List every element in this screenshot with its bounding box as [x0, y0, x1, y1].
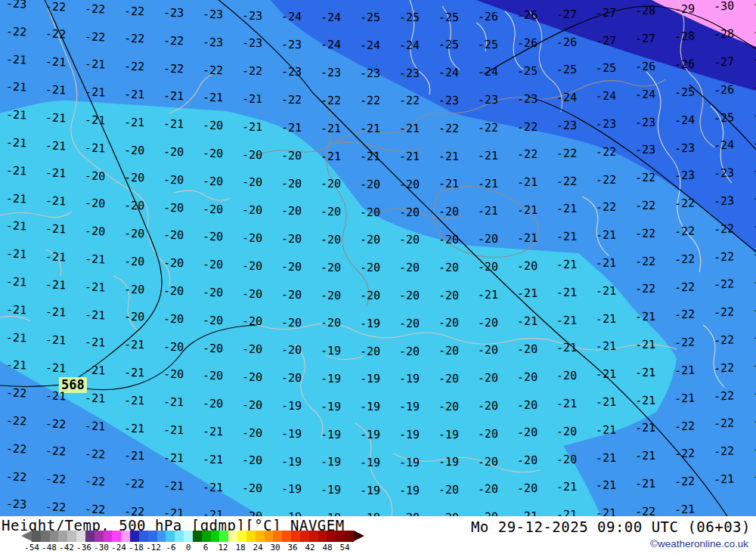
temp-value: -22: [674, 198, 696, 210]
temp-value: -23: [281, 39, 302, 50]
temp-value: -22: [45, 502, 67, 514]
temp-value: -23: [360, 68, 380, 79]
temp-value: -21: [85, 115, 106, 127]
legend-segment: [202, 531, 211, 542]
temp-value: -21: [124, 339, 144, 351]
temp-value: -20: [203, 342, 223, 354]
legend-segment: [309, 531, 318, 542]
temp-value: -23: [517, 94, 538, 105]
temp-value: -24: [438, 67, 459, 79]
temp-value: -23: [438, 95, 459, 107]
temp-value: -22: [281, 94, 302, 106]
temp-value: -20: [478, 262, 498, 273]
temp-value: -25: [438, 39, 459, 51]
temp-value: -24: [635, 88, 655, 101]
temp-value: -20: [281, 178, 302, 189]
legend-segment: [184, 531, 193, 542]
temp-value: -27: [596, 35, 616, 47]
temp-value: -20: [399, 290, 420, 302]
temp-value: -21: [674, 504, 696, 516]
temp-value: -20: [556, 426, 577, 438]
temp-value: -21: [517, 511, 538, 516]
temp-value: -22: [85, 3, 106, 15]
legend-segment: [273, 531, 282, 542]
legend-segment: [130, 531, 139, 542]
scale-arrow-right-icon: [354, 531, 364, 541]
temp-value: -23: [674, 142, 696, 154]
temp-value: -23: [556, 120, 577, 132]
temp-value: -19: [360, 318, 380, 330]
temp-value: -19: [399, 429, 420, 441]
temp-value: -26: [674, 59, 696, 71]
temp-value: -31: [753, 0, 756, 10]
temp-value: -21: [596, 230, 616, 242]
temp-value: -22: [6, 416, 27, 428]
temp-value: -23: [399, 68, 420, 79]
temp-value: -21: [753, 471, 756, 483]
legend-segment: [265, 531, 274, 542]
temp-value: -21: [556, 231, 577, 243]
temp-value: -21: [281, 122, 302, 134]
temp-value: -20: [517, 483, 538, 494]
temp-value: -22: [714, 418, 735, 430]
temp-value: -20: [203, 203, 223, 215]
temp-value: -20: [242, 149, 262, 160]
temp-value: -21: [45, 307, 67, 319]
temp-value: -19: [360, 429, 380, 441]
temp-value: -21: [517, 288, 538, 299]
temp-value: -21: [85, 142, 106, 154]
temp-value: -21: [85, 59, 106, 71]
temp-value: -21: [478, 206, 498, 217]
temp-value: -21: [45, 335, 67, 347]
temp-value: -21: [556, 481, 577, 494]
temp-value: -27: [556, 9, 577, 21]
temp-value: -20: [163, 175, 184, 187]
temp-value: -22: [674, 253, 696, 265]
temp-value: -22: [124, 33, 144, 45]
temp-value: -22: [6, 388, 27, 400]
temp-value: -20: [203, 287, 223, 299]
temp-value: -20: [163, 202, 184, 214]
temp-value: -20: [438, 317, 459, 329]
temp-value: -21: [635, 311, 655, 323]
temp-value: -20: [478, 484, 498, 495]
temp-value: -19: [281, 401, 302, 412]
temp-value: -19: [281, 456, 302, 467]
legend-segment: [256, 531, 265, 542]
temp-value: -24: [281, 11, 302, 23]
temp-value: -21: [124, 422, 144, 435]
temp-value: -22: [714, 335, 735, 347]
temp-value: -23: [321, 67, 341, 79]
temp-value: -22: [45, 474, 67, 486]
temp-value: -20: [281, 234, 302, 245]
copyright-link[interactable]: ©weatheronline.co.uk: [650, 538, 748, 549]
temp-value: -21: [360, 151, 380, 162]
temp-value: -20: [203, 231, 223, 243]
legend-segment: [104, 531, 113, 542]
temp-value: -22: [517, 149, 538, 160]
temp-value: -21: [45, 251, 67, 263]
temp-value: -20: [360, 262, 380, 274]
temp-value: -22: [753, 276, 756, 288]
temp-value: -21: [163, 425, 184, 437]
temp-value: -19: [360, 485, 380, 497]
temp-value: -20: [163, 258, 184, 270]
temp-value: -20: [478, 456, 498, 467]
temp-value: -21: [203, 509, 223, 516]
temp-value: -29: [753, 26, 756, 38]
temp-value: -20: [281, 317, 302, 328]
legend-segment: [291, 531, 300, 542]
temp-value: -19: [438, 457, 459, 468]
temp-value: -22: [517, 121, 538, 132]
temp-value: -21: [6, 82, 27, 94]
temp-value: -22: [556, 175, 577, 187]
temp-value: -22: [714, 362, 735, 374]
temp-value: -20: [124, 255, 144, 268]
temp-value: -20: [281, 373, 302, 384]
temp-value: -25: [753, 137, 756, 149]
temp-value: -22: [674, 281, 696, 293]
legend-segment: [32, 531, 41, 542]
temp-value: -22: [753, 415, 756, 427]
temp-value: -20: [438, 345, 459, 357]
temp-value: -21: [517, 233, 538, 244]
